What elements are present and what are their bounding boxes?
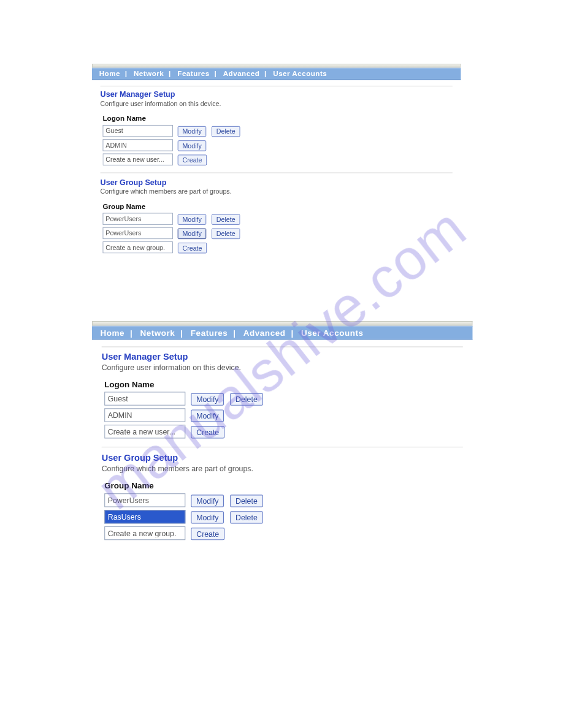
group-row: Modify Delete xyxy=(102,509,266,525)
groups-col-header: Group Name xyxy=(101,201,175,211)
panel-screenshot-b: Home| Network| Features| Advanced| User … xyxy=(92,321,472,542)
group-row: Create xyxy=(102,525,266,542)
nav-network[interactable]: Network xyxy=(134,70,164,78)
create-button[interactable]: Create xyxy=(191,528,224,540)
user-manager-title: User Manager Setup xyxy=(102,351,463,362)
user-manager-title: User Manager Setup xyxy=(101,90,453,99)
user-row: Create xyxy=(102,423,266,440)
window-titlebar xyxy=(92,321,472,326)
nav-home[interactable]: Home xyxy=(100,328,124,338)
modify-button[interactable]: Modify xyxy=(178,214,207,224)
nav-bar: Home| Network| Features| Advanced| User … xyxy=(92,326,472,339)
nav-bar: Home| Network| Features| Advanced| User … xyxy=(92,68,461,80)
modify-button[interactable]: Modify xyxy=(191,495,224,507)
user-name-field[interactable] xyxy=(102,139,172,151)
group-row: Modify Delete xyxy=(101,212,243,226)
divider xyxy=(101,86,453,86)
user-name-field[interactable] xyxy=(102,125,172,137)
user-group-subtitle: Configure which members are part of grou… xyxy=(101,188,453,195)
nav-advanced[interactable]: Advanced xyxy=(243,328,286,338)
group-name-field[interactable] xyxy=(104,510,185,523)
group-row: Modify Delete xyxy=(101,226,243,240)
nav-network[interactable]: Network xyxy=(140,328,175,338)
nav-user-accounts[interactable]: User Accounts xyxy=(273,70,327,78)
user-manager-subtitle: Configure user information on this devic… xyxy=(101,100,453,107)
group-name-field[interactable] xyxy=(104,526,185,540)
modify-button[interactable]: Modify xyxy=(191,393,224,405)
user-group-title: User Group Setup xyxy=(101,178,453,187)
user-name-field[interactable] xyxy=(104,425,185,438)
create-button[interactable]: Create xyxy=(178,154,207,165)
group-name-field[interactable] xyxy=(104,493,185,507)
user-name-field[interactable] xyxy=(104,392,185,405)
nav-home[interactable]: Home xyxy=(99,70,120,78)
modify-button[interactable]: Modify xyxy=(178,228,207,238)
groups-table: Group Name Modify Delete Modify Delete C… xyxy=(101,201,243,254)
nav-features[interactable]: Features xyxy=(191,328,228,338)
user-row: Modify Delete xyxy=(102,390,266,407)
user-row: Create xyxy=(101,153,243,167)
delete-button[interactable]: Delete xyxy=(212,214,240,224)
create-button[interactable]: Create xyxy=(178,242,207,252)
modify-button[interactable]: Modify xyxy=(178,126,207,136)
panel-screenshot-a: Home| Network| Features| Advanced| User … xyxy=(92,64,472,266)
page: manualshive.com Home| Network| Features|… xyxy=(0,0,563,728)
user-group-subtitle: Configure which members are part of grou… xyxy=(102,464,463,472)
divider xyxy=(101,173,453,173)
nav-features[interactable]: Features xyxy=(177,70,209,78)
delete-button[interactable]: Delete xyxy=(230,495,263,507)
group-name-field[interactable] xyxy=(102,213,172,224)
modify-button[interactable]: Modify xyxy=(191,511,224,523)
user-manager-subtitle: Configure user information on this devic… xyxy=(102,363,463,371)
user-row: Modify xyxy=(101,138,243,152)
group-name-field[interactable] xyxy=(102,241,172,253)
nav-user-accounts[interactable]: User Accounts xyxy=(301,328,364,338)
delete-button[interactable]: Delete xyxy=(230,393,263,405)
user-row: Modify Delete xyxy=(101,124,243,138)
user-group-title: User Group Setup xyxy=(102,453,463,463)
group-row: Create xyxy=(101,240,243,254)
delete-button[interactable]: Delete xyxy=(212,228,240,238)
create-button[interactable]: Create xyxy=(191,426,224,438)
users-col-header: Logon Name xyxy=(102,378,188,390)
user-name-field[interactable] xyxy=(102,153,172,165)
nav-advanced[interactable]: Advanced xyxy=(223,70,260,78)
users-col-header: Logon Name xyxy=(101,113,175,124)
modify-button[interactable]: Modify xyxy=(191,409,224,422)
group-name-field[interactable] xyxy=(102,227,172,239)
divider xyxy=(102,447,463,447)
groups-table: Group Name Modify Delete Modify Delete C… xyxy=(102,480,266,542)
users-table: Logon Name Modify Delete Modify Create xyxy=(101,113,243,167)
divider xyxy=(102,346,463,347)
modify-button[interactable]: Modify xyxy=(178,140,207,151)
users-table: Logon Name Modify Delete Modify Create xyxy=(102,378,266,440)
user-row: Modify xyxy=(102,407,266,423)
delete-button[interactable]: Delete xyxy=(212,126,240,136)
window-titlebar xyxy=(92,64,461,68)
groups-col-header: Group Name xyxy=(102,480,188,492)
user-name-field[interactable] xyxy=(104,408,185,422)
delete-button[interactable]: Delete xyxy=(230,511,263,523)
group-row: Modify Delete xyxy=(102,492,266,509)
